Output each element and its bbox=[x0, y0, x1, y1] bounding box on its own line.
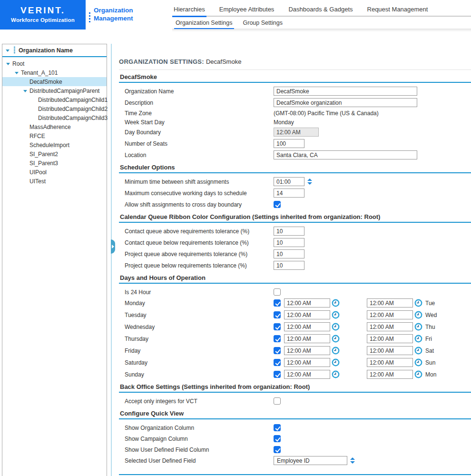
minimum-time-between-shift-assignments-input[interactable] bbox=[274, 177, 304, 186]
clock-icon[interactable] bbox=[332, 323, 340, 331]
expand-collapse-icon[interactable] bbox=[23, 90, 27, 92]
tree-item-uitest[interactable]: UITest bbox=[2, 177, 107, 186]
allow-shift-cross-day-boundary-checkbox[interactable] bbox=[274, 201, 281, 208]
clock-icon[interactable] bbox=[414, 358, 422, 367]
clock-icon[interactable] bbox=[414, 323, 422, 331]
friday-checkbox[interactable] bbox=[274, 347, 281, 354]
spinner-down-icon[interactable] bbox=[307, 182, 312, 185]
saturday-checkbox[interactable] bbox=[274, 359, 281, 366]
clock-icon[interactable] bbox=[332, 370, 340, 378]
contact-queue-above-tolerance-input[interactable] bbox=[274, 227, 304, 236]
tree-item-label: SI_Parent3 bbox=[29, 160, 58, 167]
clock-icon[interactable] bbox=[414, 370, 422, 378]
subtab-organization-settings[interactable]: Organization Settings bbox=[174, 20, 234, 29]
sidebar-collapse-handle[interactable] bbox=[111, 239, 115, 254]
monday-checkbox[interactable] bbox=[274, 299, 281, 307]
wednesday-start-time-input[interactable] bbox=[284, 322, 330, 331]
accept-only-integers-for-vct-checkbox[interactable] bbox=[274, 397, 281, 405]
row-sunday: SundayMon bbox=[125, 370, 471, 379]
show-user-defined-field-column-checkbox[interactable] bbox=[274, 446, 281, 453]
tree-item-rfce[interactable]: RFCE bbox=[2, 131, 107, 140]
tuesday-checkbox[interactable] bbox=[274, 311, 281, 318]
friday-end-time-input[interactable] bbox=[367, 346, 413, 355]
main-tabs: HierarchiesEmployee AttributesDashboards… bbox=[172, 6, 429, 17]
tree-item-tenant-a-101[interactable]: Tenant_A_101 bbox=[2, 68, 107, 77]
show-user-defined-field-column-label: Show User Defined Field Column bbox=[125, 446, 274, 453]
clock-icon[interactable] bbox=[332, 358, 340, 367]
selected-user-defined-field-select[interactable]: Employee ID bbox=[274, 456, 347, 465]
contact-queue-below-tolerance-input[interactable] bbox=[274, 238, 304, 247]
thursday-end-time-input[interactable] bbox=[367, 334, 413, 343]
saturday-start-time-input[interactable] bbox=[284, 358, 330, 367]
tree-item-label: RFCE bbox=[29, 133, 45, 139]
tree-item-massadherence[interactable]: MassAdherence bbox=[2, 122, 107, 131]
thursday-start-time-input[interactable] bbox=[284, 334, 330, 343]
clock-icon[interactable] bbox=[332, 299, 340, 307]
expand-collapse-icon[interactable] bbox=[6, 63, 10, 65]
show-organization-column-checkbox[interactable] bbox=[274, 424, 281, 431]
tab-employee-attributes[interactable]: Employee Attributes bbox=[218, 6, 276, 17]
friday-end-day-label: Sat bbox=[425, 347, 434, 354]
tree-item-root[interactable]: Root bbox=[2, 59, 107, 68]
section-rows: Show Organization ColumnShow Campaign Co… bbox=[119, 419, 471, 465]
clock-icon[interactable] bbox=[332, 347, 340, 355]
spinner-up-icon[interactable] bbox=[350, 457, 355, 460]
tree-item-si-parent3[interactable]: SI_Parent3 bbox=[2, 159, 107, 168]
tree-item-distributedcampaignchild3[interactable]: DistributedCampaignChild3 bbox=[2, 113, 107, 122]
tree-item-label: DistributedCampaignChild1 bbox=[38, 97, 108, 103]
clock-icon[interactable] bbox=[414, 311, 422, 319]
show-campaign-column-checkbox[interactable] bbox=[274, 435, 281, 442]
panel-splitter[interactable] bbox=[111, 44, 112, 476]
clock-icon[interactable] bbox=[332, 311, 340, 319]
tree-item-distributedcampaignchild1[interactable]: DistributedCampaignChild1 bbox=[2, 95, 107, 104]
sunday-end-time-input[interactable] bbox=[367, 370, 413, 379]
tree-item-distributedcampaignparent[interactable]: DistributedCampaignParent bbox=[2, 86, 107, 95]
wednesday-checkbox[interactable] bbox=[274, 323, 281, 330]
clock-icon[interactable] bbox=[414, 335, 422, 343]
clock-icon[interactable] bbox=[414, 299, 422, 307]
monday-start-time-input[interactable] bbox=[284, 298, 330, 307]
number-of-seats-input[interactable] bbox=[274, 139, 304, 148]
project-queue-below-tolerance-input[interactable] bbox=[274, 261, 304, 270]
location-input[interactable] bbox=[274, 150, 417, 159]
tree-header-dropdown-icon[interactable] bbox=[6, 50, 10, 52]
thursday-checkbox[interactable] bbox=[274, 335, 281, 342]
subtab-group-settings[interactable]: Group Settings bbox=[242, 20, 284, 29]
project-queue-above-tolerance-input[interactable] bbox=[274, 249, 304, 258]
maximum-consecutive-working-days-input[interactable] bbox=[274, 188, 304, 198]
row-project-queue-below-tolerance: Project queue below requirements toleran… bbox=[125, 261, 471, 270]
row-description: Description bbox=[125, 98, 471, 107]
wednesday-end-time-input[interactable] bbox=[367, 322, 413, 331]
tab-request-management[interactable]: Request Management bbox=[366, 6, 430, 17]
description-input[interactable] bbox=[274, 98, 417, 107]
selected-user-defined-field-label: Selected User Defined Field bbox=[125, 457, 274, 464]
spinner-up-icon[interactable] bbox=[307, 178, 312, 181]
tuesday-start-time-input[interactable] bbox=[284, 310, 330, 319]
section-scheduler-options: Scheduler OptionsMinimum time between sh… bbox=[119, 164, 471, 209]
clock-icon[interactable] bbox=[414, 347, 422, 355]
section-header: Calendar Queue Ribbon Color Configuratio… bbox=[119, 213, 471, 223]
monday-end-time-input[interactable] bbox=[367, 298, 413, 307]
row-location: Location bbox=[125, 150, 471, 159]
section-header: Scheduler Options bbox=[119, 164, 471, 173]
tree-item-uipool[interactable]: UIPool bbox=[2, 168, 107, 177]
tree-item-distributedcampaignchild2[interactable]: DistributedCampaignChild2 bbox=[2, 104, 107, 113]
tab-dashboards-gadgets[interactable]: Dashboards & Gadgets bbox=[287, 6, 354, 17]
expand-collapse-icon[interactable] bbox=[15, 72, 19, 74]
tree-item-decafsmoke[interactable]: DecafSmoke bbox=[2, 77, 107, 86]
tree-item-scheduleimport[interactable]: ScheduleImport bbox=[2, 140, 107, 149]
tree-item-si-parent2[interactable]: SI_Parent2 bbox=[2, 149, 107, 159]
tree-item-label: DecafSmoke bbox=[29, 79, 62, 85]
friday-start-time-input[interactable] bbox=[284, 346, 330, 355]
sunday-checkbox[interactable] bbox=[274, 371, 281, 378]
row-minimum-time-between-shift-assignments: Minimum time between shift assignments bbox=[125, 177, 471, 186]
is-24-hour-checkbox[interactable] bbox=[274, 288, 281, 296]
tab-hierarchies[interactable]: Hierarchies bbox=[172, 6, 206, 17]
organization-name-input[interactable] bbox=[274, 87, 417, 96]
spinner-down-icon[interactable] bbox=[350, 461, 355, 464]
saturday-end-time-input[interactable] bbox=[367, 358, 413, 367]
sunday-start-time-input[interactable] bbox=[284, 370, 330, 379]
tuesday-end-time-input[interactable] bbox=[367, 310, 413, 319]
clock-icon[interactable] bbox=[332, 335, 340, 343]
tree-header[interactable]: Organization Name bbox=[2, 44, 107, 57]
